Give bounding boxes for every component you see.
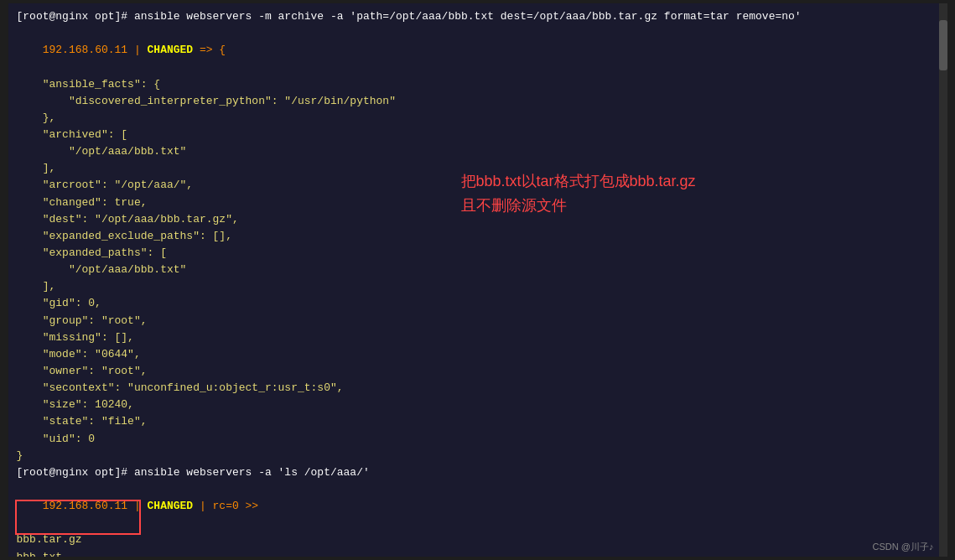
scrollbar[interactable] (939, 3, 947, 557)
json-line-23: } (17, 448, 939, 464)
command-line-2: [root@nginx opt]# ansible webservers -a … (17, 464, 939, 481)
annotation: 把bbb.txt以tar格式打包成bbb.tar.gz 且不删除源文件 (461, 169, 696, 218)
watermark: CSDN @川子♪ (873, 541, 934, 553)
json-line-5: "/opt/aaa/bbb.txt" (17, 143, 939, 160)
json-line-4: "archived": [ (17, 127, 939, 143)
ip-changed-line-2: 192.168.60.11 | CHANGED | rc=0 >> (17, 481, 939, 531)
terminal: [root@nginx opt]# ansible webservers -m … (8, 3, 947, 557)
json-line-13: ], (17, 278, 939, 295)
json-line-10: "expanded_exclude_paths": [], (17, 228, 939, 245)
json-line-15: "group": "root", (17, 313, 939, 329)
json-line-12: "/opt/aaa/bbb.txt" (17, 262, 939, 278)
json-line-21: "state": "file", (17, 413, 939, 430)
json-line-16: "missing": [], (17, 329, 939, 346)
json-line-1: "ansible_facts": { (17, 76, 939, 93)
annotation-line-2: 且不删除源文件 (461, 194, 696, 218)
scrollbar-thumb[interactable] (939, 20, 947, 70)
ip-changed-line-1: 192.168.60.11 | CHANGED => { (17, 25, 939, 75)
result-line-1: bbb.tar.gz (17, 531, 939, 548)
json-line-11: "expanded_paths": [ (17, 245, 939, 262)
json-line-14: "gid": 0, (17, 295, 939, 312)
json-line-18: "owner": "root", (17, 363, 939, 380)
json-line-19: "secontext": "unconfined_u:object_r:usr_… (17, 380, 939, 397)
json-line-17: "mode": "0644", (17, 346, 939, 363)
json-line-20: "size": 10240, (17, 397, 939, 413)
result-line-2: bbb.txt (17, 549, 939, 557)
annotation-line-1: 把bbb.txt以tar格式打包成bbb.tar.gz (461, 169, 696, 194)
json-line-3: }, (17, 110, 939, 127)
command-line-1: [root@nginx opt]# ansible webservers -m … (17, 8, 939, 25)
json-line-22: "uid": 0 (17, 431, 939, 448)
json-line-2: "discovered_interpreter_python": "/usr/b… (17, 93, 939, 110)
